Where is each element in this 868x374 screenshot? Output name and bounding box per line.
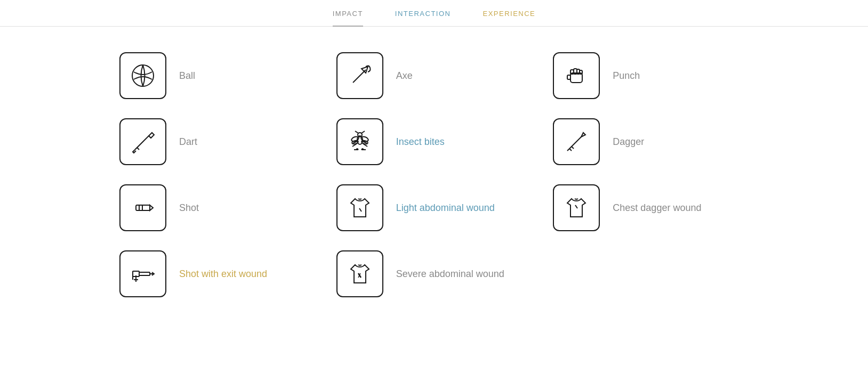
shirt-severe-icon: [345, 259, 374, 288]
shot-exit-icon: [128, 259, 157, 288]
list-item[interactable]: Axe: [326, 43, 543, 109]
dart-icon-box: [119, 118, 166, 165]
dagger-icon-box: [553, 118, 600, 165]
axe-icon-box: [336, 52, 383, 99]
shot-exit-icon-box: [119, 250, 166, 297]
list-item[interactable]: Punch: [542, 43, 759, 109]
list-item[interactable]: Shot with exit wound: [109, 241, 326, 307]
svg-rect-7: [567, 75, 570, 79]
list-item[interactable]: Dart: [109, 109, 326, 175]
punch-label: Punch: [613, 70, 640, 82]
dagger-label: Dagger: [613, 136, 644, 148]
empty-cell: [542, 241, 759, 307]
shot-icon-box: [119, 184, 166, 231]
svg-line-14: [361, 131, 365, 133]
punch-icon-box: [553, 52, 600, 99]
list-item[interactable]: Light abdominal wound: [326, 175, 543, 241]
shot-exit-wound-label: Shot with exit wound: [179, 269, 267, 280]
list-item[interactable]: Chest dagger wound: [542, 175, 759, 241]
items-grid: Ball Axe Punch: [87, 27, 781, 323]
svg-point-0: [132, 65, 154, 86]
list-item[interactable]: Insect bites: [326, 109, 543, 175]
svg-line-28: [572, 147, 574, 149]
tab-impact[interactable]: IMPACT: [333, 10, 363, 26]
ball-icon-box: [119, 52, 166, 99]
shot-icon: [128, 193, 157, 222]
list-item[interactable]: Ball: [109, 43, 326, 109]
shirt-severe-icon-box: [336, 250, 383, 297]
dart-label: Dart: [179, 136, 197, 148]
insect-icon-box: [336, 118, 383, 165]
list-item[interactable]: Dagger: [542, 109, 759, 175]
punch-icon: [562, 61, 591, 90]
light-abdominal-wound-label: Light abdominal wound: [396, 202, 495, 214]
ball-icon: [128, 61, 157, 90]
shirt-chest-icon-box: [553, 184, 600, 231]
severe-abdominal-wound-label: Severe abdominal wound: [396, 269, 504, 280]
svg-line-8: [135, 136, 149, 150]
svg-line-29: [569, 149, 572, 151]
insect-icon: [345, 127, 374, 156]
axe-label: Axe: [396, 70, 413, 82]
tab-experience[interactable]: EXPERIENCE: [483, 10, 535, 26]
list-item[interactable]: Severe abdominal wound: [326, 241, 543, 307]
svg-line-34: [575, 205, 577, 208]
chest-dagger-wound-label: Chest dagger wound: [613, 202, 701, 214]
shot-label: Shot: [179, 202, 199, 214]
dart-icon: [128, 127, 157, 156]
axe-icon: [345, 61, 374, 90]
svg-line-10: [137, 148, 139, 150]
shirt-light-icon: [345, 193, 374, 222]
dagger-icon: [562, 127, 591, 156]
ball-label: Ball: [179, 70, 195, 82]
svg-line-13: [355, 131, 358, 133]
list-item[interactable]: Shot: [109, 175, 326, 241]
insect-bites-label: Insect bites: [396, 136, 445, 148]
shirt-light-icon-box: [336, 184, 383, 231]
shirt-chest-icon: [562, 193, 591, 222]
svg-line-33: [359, 208, 361, 212]
svg-rect-36: [139, 272, 150, 275]
tab-navigation: IMPACT INTERACTION EXPERIENCE: [0, 0, 868, 27]
svg-marker-26: [581, 133, 585, 137]
tab-interaction[interactable]: INTERACTION: [395, 10, 451, 26]
svg-marker-9: [149, 133, 154, 138]
